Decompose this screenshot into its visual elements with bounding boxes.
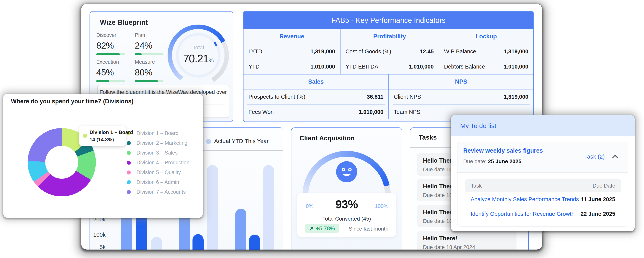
kpi-row: YTD EBITDA 1.010,000 bbox=[340, 59, 439, 74]
gauge-unit: % bbox=[208, 57, 214, 64]
legend-item[interactable]: Division 2 – Marketing bbox=[127, 140, 190, 146]
task-count-label[interactable]: Task (2) bbox=[584, 153, 605, 160]
todo-panel: My To do list Review weekly sales figure… bbox=[451, 115, 634, 231]
kpi-row: Prospects to Client (%) 36.811 bbox=[244, 89, 388, 104]
legend-item[interactable]: Division 4 – Production bbox=[127, 160, 190, 165]
client-acquisition-card: Client Acquisition 0% 93% 100% Total Con… bbox=[291, 127, 402, 249]
total-gauge: Total 70.21% bbox=[168, 25, 229, 86]
delta-value: +5.78% bbox=[316, 225, 335, 232]
col-header-task: Task bbox=[471, 183, 482, 189]
section-label: Lockup bbox=[439, 29, 534, 44]
kpi-row: Debtors Balance 1.010,000 bbox=[439, 59, 534, 74]
task-list-item[interactable]: Hello There! Due date 18 Apr 2024 bbox=[417, 231, 516, 249]
section-label: Revenue bbox=[244, 29, 340, 44]
kpi-row: YTD 1.010,000 bbox=[244, 59, 340, 74]
fab5-section-profitability: Profitability Cost of Goods (%) 12.45 YT… bbox=[340, 29, 439, 74]
metric-discover: Discover 82% bbox=[96, 32, 131, 55]
progress-fill bbox=[135, 53, 142, 55]
legend-dot-icon bbox=[127, 141, 131, 145]
table-row: Analyze Monthly Sales Performance Trends… bbox=[465, 192, 621, 206]
todo-title: My To do list bbox=[460, 122, 496, 130]
legend-dot-icon bbox=[127, 180, 131, 184]
legend-dot-icon bbox=[127, 161, 131, 165]
todo-table: Task Due Date Analyze Monthly Sales Perf… bbox=[465, 179, 621, 221]
legend-item[interactable]: Division 3 – Sales bbox=[127, 150, 190, 155]
bar-group3-medium[interactable] bbox=[235, 209, 246, 249]
todo-group-link[interactable]: Review weekly sales figures bbox=[463, 147, 543, 154]
metric-label: Plan bbox=[135, 32, 169, 38]
legend-dot-icon bbox=[127, 190, 131, 194]
table-header-row: Task Due Date bbox=[465, 180, 621, 192]
col-header-due-date: Due Date bbox=[592, 183, 615, 189]
trend-up-arrow-icon: ↗ bbox=[309, 225, 314, 232]
todo-group: Review weekly sales figures Due date: 25… bbox=[457, 142, 628, 226]
metric-value: 80% bbox=[135, 67, 169, 78]
metric-label: Measure bbox=[135, 59, 169, 65]
metric-value: 24% bbox=[135, 40, 169, 51]
task-due-date: 11 June 2025 bbox=[581, 196, 615, 202]
y-axis-tick: 100k bbox=[92, 231, 106, 238]
kpi-row: Client NPS 1,319,000 bbox=[389, 89, 534, 104]
fab5-top-sections: Revenue LYTD 1,319,000 YTD 1.010,000 Pro… bbox=[244, 29, 534, 75]
gauge-value: 70.21% bbox=[168, 52, 229, 65]
progress-track bbox=[135, 80, 164, 82]
fab5-section-lockup: Lockup WIP Balance 1,319,000 Debtors Bal… bbox=[439, 29, 534, 74]
chevron-up-icon[interactable] bbox=[612, 155, 618, 160]
tooltip-dot-icon bbox=[83, 134, 87, 138]
progress-track bbox=[96, 80, 125, 82]
legend-label[interactable]: Actual YTD This Year bbox=[214, 138, 268, 144]
donut-tooltip: Division 1 – Board 14 (14.3%) bbox=[79, 126, 126, 146]
metric-value: 45% bbox=[96, 67, 131, 78]
bar-group3-pale[interactable] bbox=[263, 165, 274, 249]
task-due-date: 22 June 2025 bbox=[580, 211, 615, 217]
kpi-row: WIP Balance 1,319,000 bbox=[439, 44, 534, 59]
bar-group2-dark[interactable] bbox=[192, 234, 204, 249]
section-label: NPS bbox=[389, 75, 534, 89]
progress-track bbox=[96, 53, 125, 55]
todo-header: My To do list bbox=[451, 115, 634, 136]
divisions-title: Where do you spend your time? (Divisions… bbox=[11, 98, 134, 105]
todo-summary: Review weekly sales figures Due date: 25… bbox=[458, 142, 628, 173]
legend-item[interactable]: Division 6 – Admin bbox=[127, 179, 190, 185]
progress-track bbox=[135, 53, 164, 55]
wize-blueprint-title: Wize Blueprint bbox=[100, 19, 148, 27]
fab5-section-nps: NPS Client NPS 1,319,000 Team NPS bbox=[389, 75, 534, 119]
metric-plan: Plan 24% bbox=[135, 32, 169, 55]
fab5-bottom-sections: Sales Prospects to Client (%) 36.811 Fee… bbox=[244, 75, 534, 119]
legend-item[interactable]: Division 5 – Quality bbox=[127, 170, 190, 175]
legend-dot-icon bbox=[127, 170, 131, 174]
section-label: Profitability bbox=[340, 29, 439, 44]
gauge-label: Total bbox=[168, 45, 229, 51]
bar-group1-pale[interactable] bbox=[151, 237, 162, 249]
kpi-row: LYTD 1,319,000 bbox=[244, 44, 340, 59]
metric-value: 82% bbox=[96, 40, 131, 51]
tasks-title: Tasks bbox=[419, 134, 437, 141]
delta-note: Since last month bbox=[349, 226, 388, 232]
divisions-donut-card: Where do you spend your time? (Divisions… bbox=[3, 94, 203, 218]
metric-execution: Execution 45% bbox=[96, 59, 131, 82]
table-row: Identify Opportunities for Revenue Growt… bbox=[465, 206, 621, 221]
smiley-icon bbox=[336, 161, 357, 182]
metric-label: Discover bbox=[96, 32, 131, 38]
bar-group2-pale[interactable] bbox=[207, 165, 218, 249]
gauge-max-label: 100% bbox=[375, 203, 388, 209]
task-link[interactable]: Identify Opportunities for Revenue Growt… bbox=[471, 211, 574, 217]
metric-measure: Measure 80% bbox=[135, 59, 169, 82]
legend-dot-icon bbox=[206, 139, 211, 144]
legend-item[interactable]: Division 7 – Accounts bbox=[127, 189, 190, 195]
conversion-subtitle: Total Converted (45) bbox=[297, 216, 396, 222]
legend-dot-icon bbox=[127, 151, 131, 155]
legend-item[interactable]: Division 1 – Board bbox=[127, 131, 190, 136]
client-acquisition-title: Client Acquisition bbox=[300, 134, 355, 142]
progress-fill bbox=[135, 80, 158, 82]
conversion-stats-panel: 0% 93% 100% Total Converted (45) ↗ +5.78… bbox=[297, 193, 396, 237]
bar-group3-dark[interactable] bbox=[249, 234, 260, 249]
fab5-section-sales: Sales Prospects to Client (%) 36.811 Fee… bbox=[244, 75, 389, 119]
fab5-header: FAB5 - Key Performance Indicators bbox=[244, 12, 534, 29]
todo-group-due: Due date: 25 June 2025 bbox=[463, 158, 522, 164]
metric-label: Execution bbox=[96, 59, 131, 65]
task-link[interactable]: Analyze Monthly Sales Performance Trends bbox=[471, 196, 579, 202]
y-axis-tick: 5k bbox=[92, 244, 106, 249]
kpi-row: Fees Won 1.010,000 bbox=[244, 105, 388, 119]
fab5-kpi-card: FAB5 - Key Performance Indicators Revenu… bbox=[243, 11, 534, 122]
